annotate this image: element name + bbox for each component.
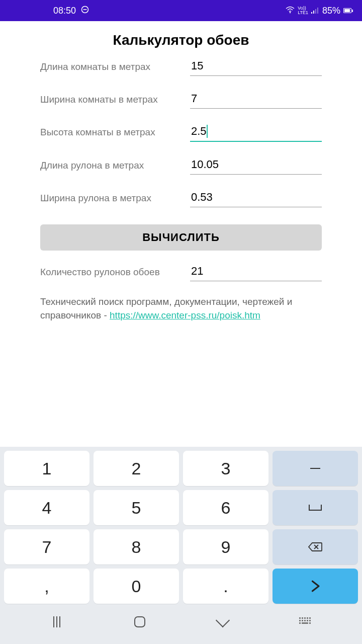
row-result: Количество рулонов обоев bbox=[40, 263, 322, 281]
label-result: Количество рулонов обоев bbox=[40, 267, 190, 278]
svg-rect-21 bbox=[309, 622, 311, 624]
key-minus[interactable] bbox=[273, 451, 358, 486]
chevron-down-icon bbox=[215, 613, 229, 627]
svg-rect-12 bbox=[307, 617, 308, 619]
key-comma[interactable]: , bbox=[4, 569, 89, 604]
nav-recent[interactable] bbox=[47, 614, 67, 630]
svg-rect-16 bbox=[304, 620, 306, 621]
output-result[interactable] bbox=[190, 263, 322, 281]
svg-rect-4 bbox=[313, 11, 314, 14]
svg-rect-15 bbox=[302, 620, 303, 621]
key-5[interactable]: 5 bbox=[94, 490, 179, 525]
navigation-bar bbox=[0, 608, 362, 636]
nav-back[interactable] bbox=[213, 614, 233, 630]
signal-icon bbox=[311, 6, 319, 16]
input-roll-length[interactable] bbox=[190, 156, 322, 175]
label-room-length: Длина комнаты в метрах bbox=[40, 61, 190, 72]
key-0[interactable]: 0 bbox=[94, 569, 179, 604]
row-roll-width: Ширина рулона в метрах bbox=[40, 189, 322, 207]
svg-rect-5 bbox=[315, 9, 316, 14]
row-room-height: Высота комнаты в метрах 2.5 bbox=[40, 123, 322, 142]
calculate-button[interactable]: ВЫЧИСЛИТЬ bbox=[40, 224, 322, 251]
battery-percent: 85% bbox=[322, 6, 340, 16]
input-roll-width[interactable] bbox=[190, 189, 322, 207]
label-room-height: Высота комнаты в метрах bbox=[40, 127, 190, 138]
minus-icon bbox=[310, 468, 320, 469]
row-room-width: Ширина комнаты в метрах bbox=[40, 90, 322, 109]
row-room-length: Длина комнаты в метрах bbox=[40, 57, 322, 76]
key-6[interactable]: 6 bbox=[183, 490, 268, 525]
text-caret bbox=[207, 125, 208, 138]
key-4[interactable]: 4 bbox=[4, 490, 89, 525]
svg-rect-20 bbox=[302, 622, 308, 624]
recent-icon bbox=[53, 616, 60, 627]
key-2[interactable]: 2 bbox=[94, 451, 179, 486]
arrow-right-icon bbox=[308, 579, 322, 593]
svg-rect-10 bbox=[302, 617, 303, 619]
wifi-icon bbox=[286, 6, 295, 16]
key-backspace[interactable] bbox=[273, 529, 358, 565]
input-room-width[interactable] bbox=[190, 90, 322, 109]
page-title: Калькулятор обоев bbox=[0, 32, 362, 48]
key-1[interactable]: 1 bbox=[4, 451, 89, 486]
battery-icon bbox=[343, 8, 353, 13]
footer-text: Технический поиск программ, документации… bbox=[0, 295, 362, 322]
svg-rect-19 bbox=[299, 622, 301, 624]
space-icon bbox=[309, 505, 322, 511]
footer-link[interactable]: https://www.center-pss.ru/poisk.htm bbox=[110, 310, 260, 320]
svg-rect-6 bbox=[317, 8, 318, 14]
input-room-height[interactable]: 2.5 bbox=[190, 123, 322, 142]
label-room-width: Ширина комнаты в метрах bbox=[40, 94, 190, 105]
nav-home[interactable] bbox=[130, 614, 150, 630]
status-bar: 08:50 Vo)) LTE1 85% bbox=[0, 0, 362, 21]
key-7[interactable]: 7 bbox=[4, 529, 89, 565]
svg-rect-9 bbox=[299, 617, 301, 619]
row-roll-length: Длина рулона в метрах bbox=[40, 156, 322, 175]
numeric-keyboard: 1 2 3 4 5 6 7 8 9 , 0 . bbox=[0, 447, 362, 644]
svg-rect-18 bbox=[309, 620, 311, 621]
nav-keyboard-switch[interactable] bbox=[296, 614, 316, 630]
backspace-icon bbox=[308, 540, 322, 554]
input-room-length[interactable] bbox=[190, 57, 322, 76]
volte-icon: Vo)) LTE1 bbox=[298, 6, 308, 15]
key-next[interactable] bbox=[273, 569, 358, 604]
status-time: 08:50 bbox=[53, 6, 76, 16]
key-3[interactable]: 3 bbox=[183, 451, 268, 486]
label-roll-length: Длина рулона в метрах bbox=[40, 160, 190, 171]
label-roll-width: Ширина рулона в метрах bbox=[40, 193, 190, 204]
svg-point-2 bbox=[290, 12, 291, 13]
keyboard-icon bbox=[299, 617, 312, 626]
calculator-form: Длина комнаты в метрах Ширина комнаты в … bbox=[0, 57, 362, 281]
key-9[interactable]: 9 bbox=[183, 529, 268, 565]
svg-rect-3 bbox=[311, 12, 312, 14]
home-icon bbox=[134, 616, 145, 627]
key-space[interactable] bbox=[273, 490, 358, 525]
key-8[interactable]: 8 bbox=[94, 529, 179, 565]
svg-rect-11 bbox=[304, 617, 306, 619]
dnd-icon bbox=[81, 6, 89, 16]
svg-rect-13 bbox=[309, 617, 311, 619]
svg-rect-17 bbox=[307, 620, 308, 621]
svg-rect-14 bbox=[299, 620, 301, 621]
key-dot[interactable]: . bbox=[183, 569, 268, 604]
